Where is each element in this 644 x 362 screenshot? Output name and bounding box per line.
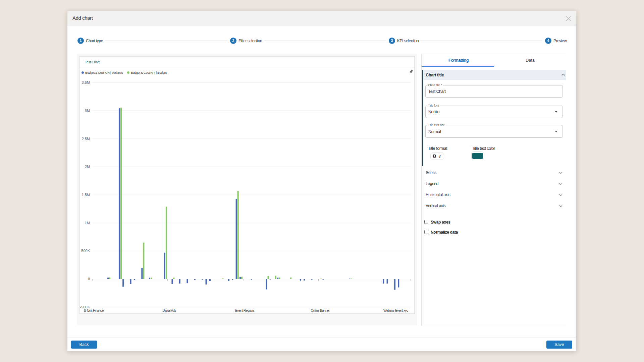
svg-text:3M: 3M — [85, 109, 90, 113]
svg-text:500K: 500K — [81, 249, 90, 253]
svg-text:1.5M: 1.5M — [82, 193, 90, 197]
svg-text:2.5M: 2.5M — [82, 137, 90, 141]
svg-text:3.5M: 3.5M — [82, 80, 90, 84]
svg-text:Webinar Event xyc: Webinar Event xyc — [383, 309, 408, 312]
svg-text:B-Unit-Finance: B-Unit-Finance — [84, 309, 104, 312]
svg-text:-500K: -500K — [80, 305, 90, 309]
svg-text:Digital Ads: Digital Ads — [162, 309, 176, 312]
svg-text:1M: 1M — [85, 221, 90, 225]
svg-text:Online Banner: Online Banner — [311, 309, 330, 312]
svg-text:0: 0 — [88, 277, 90, 281]
svg-text:2M: 2M — [85, 165, 90, 169]
svg-text:Event Reguvis: Event Reguvis — [235, 309, 254, 312]
